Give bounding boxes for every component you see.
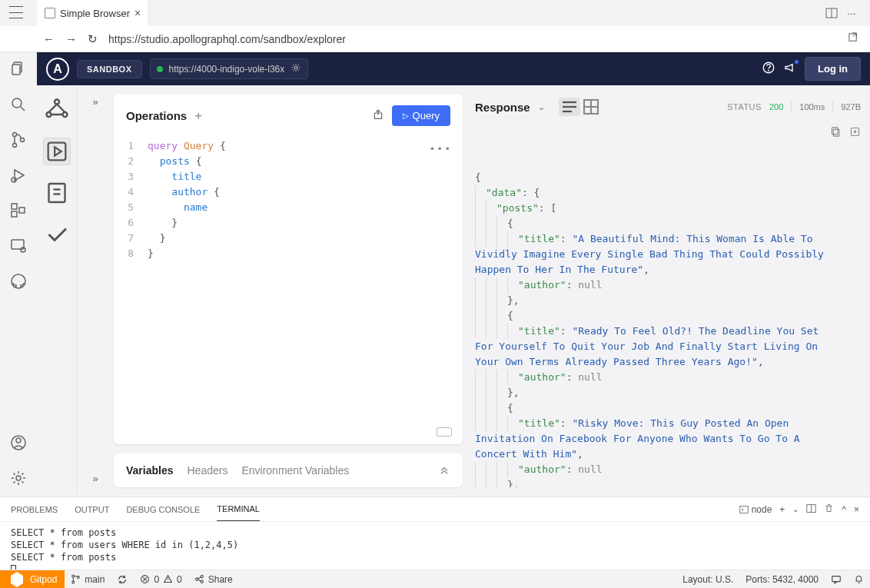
split-terminal-icon[interactable] (806, 503, 816, 516)
checks-icon[interactable] (43, 221, 71, 248)
apollo-header: A SANDBOX Log in (37, 52, 870, 85)
svg-point-8 (13, 133, 17, 137)
status-label: STATUS (727, 102, 762, 111)
more-icon[interactable]: ··· (847, 7, 859, 19)
menu-icon[interactable] (9, 6, 23, 18)
expand-history-icon[interactable]: » (92, 473, 98, 484)
svg-point-25 (55, 100, 59, 105)
editor-more-icon[interactable]: ••• (430, 141, 452, 157)
response-body[interactable]: {"data": {"posts": [{"title": "A Beautif… (475, 124, 861, 487)
open-external-icon[interactable] (848, 32, 859, 46)
table-view-icon[interactable] (580, 98, 602, 116)
close-panel-icon[interactable]: × (854, 504, 859, 515)
tab-headers[interactable]: Headers (188, 464, 228, 477)
svg-point-24 (769, 70, 769, 71)
endpoint-input[interactable] (169, 64, 284, 75)
problems-indicator[interactable]: 0 0 (134, 574, 188, 585)
tab-variables[interactable]: Variables (126, 464, 174, 477)
tab-env-vars[interactable]: Environment Variables (241, 464, 349, 477)
browser-toolbar: ← → ↻ https://studio.apollographql.com/s… (0, 26, 870, 52)
new-terminal-icon[interactable]: + (779, 504, 785, 515)
ports-indicator[interactable]: Ports: 5432, 4000 (739, 574, 825, 585)
response-title: Response (475, 101, 530, 114)
collapse-up-icon[interactable] (438, 463, 450, 478)
response-header: Response ⌄ STATUS 200 100ms (475, 95, 861, 124)
terminal-dropdown-icon[interactable]: ⌄ (792, 505, 799, 513)
svg-rect-59 (832, 576, 841, 581)
svg-point-6 (12, 98, 22, 108)
svg-point-56 (201, 580, 203, 583)
gear-icon[interactable] (291, 62, 301, 75)
help-icon[interactable] (762, 61, 775, 78)
maximize-panel-icon[interactable]: ^ (842, 504, 846, 515)
response-dropdown-icon[interactable]: ⌄ (538, 102, 545, 112)
accounts-icon[interactable] (9, 434, 28, 452)
expand-docs-icon[interactable]: » (92, 96, 98, 108)
operations-title: Operations (126, 109, 187, 122)
sandbox-badge[interactable]: SANDBOX (77, 60, 142, 78)
add-operation-icon[interactable]: + (194, 108, 202, 124)
split-editor-icon[interactable] (825, 7, 838, 19)
svg-point-18 (12, 274, 25, 288)
extensions-icon[interactable] (9, 201, 28, 220)
tab-terminal[interactable]: TERMINAL (217, 497, 260, 521)
tab-output[interactable]: OUTPUT (75, 498, 109, 521)
tab-debug-console[interactable]: DEBUG CONSOLE (126, 498, 200, 521)
svg-point-54 (195, 578, 198, 580)
share-button[interactable]: Share (188, 574, 239, 585)
tab-problems[interactable]: PROBLEMS (11, 498, 58, 521)
download-response-icon[interactable] (849, 124, 861, 140)
gitpod-badge[interactable]: Gitpod (0, 570, 65, 589)
endpoint-input-box[interactable] (150, 58, 308, 79)
kill-terminal-icon[interactable] (824, 503, 834, 516)
explorer-run-icon[interactable] (43, 138, 71, 165)
login-button[interactable]: Log in (805, 57, 861, 81)
apollo-logo-icon: A (46, 58, 69, 81)
source-control-icon[interactable] (9, 131, 28, 149)
layout-indicator[interactable]: Layout: U.S. (676, 574, 739, 585)
branch-indicator[interactable]: main (65, 574, 111, 585)
settings-gear-icon[interactable] (9, 469, 28, 487)
svg-rect-28 (48, 143, 65, 161)
github-icon[interactable] (9, 272, 28, 291)
svg-rect-13 (12, 204, 17, 209)
run-query-button[interactable]: Query (392, 105, 450, 126)
search-icon[interactable] (9, 95, 28, 114)
keyboard-icon[interactable] (437, 427, 452, 437)
query-editor[interactable]: ••• 12345678 query Query { posts { title… (114, 137, 463, 444)
reload-icon[interactable]: ↻ (88, 32, 98, 46)
bell-icon[interactable] (848, 574, 870, 584)
forward-icon[interactable]: → (65, 32, 77, 45)
diff-icon[interactable] (43, 179, 71, 207)
connection-status-icon (157, 66, 163, 72)
svg-point-10 (21, 138, 25, 142)
svg-point-47 (72, 581, 75, 583)
svg-rect-2 (849, 33, 856, 40)
status-bar: Gitpod main 0 0 Share Layout: U.S. Ports… (0, 570, 870, 588)
svg-point-27 (62, 112, 67, 117)
address-bar[interactable]: https://studio.apollographql.com/sandbox… (108, 33, 837, 45)
operations-panel: Operations + Query ••• 12345678 query Qu… (114, 95, 463, 444)
svg-line-7 (21, 107, 25, 111)
schema-icon[interactable] (43, 96, 71, 124)
svg-line-57 (198, 577, 201, 579)
svg-point-9 (13, 144, 17, 148)
svg-point-21 (16, 476, 21, 480)
svg-rect-43 (739, 506, 748, 513)
explorer-icon[interactable] (9, 60, 28, 78)
run-debug-icon[interactable] (9, 166, 28, 184)
json-view-icon[interactable] (559, 98, 580, 116)
terminal-shell-select[interactable]: node (739, 504, 772, 515)
announcements-icon[interactable] (783, 61, 797, 78)
sync-indicator[interactable] (111, 574, 134, 585)
share-operation-icon[interactable] (372, 108, 384, 123)
remote-explorer-icon[interactable] (9, 237, 28, 255)
tab-simple-browser[interactable]: Simple Browser × (37, 0, 149, 26)
back-icon[interactable]: ← (43, 32, 55, 45)
copy-response-icon[interactable] (830, 124, 842, 140)
activity-bar (0, 52, 37, 497)
close-icon[interactable]: × (134, 7, 141, 19)
feedback-icon[interactable] (825, 574, 848, 585)
svg-point-17 (21, 247, 25, 252)
response-time: 100ms (799, 102, 825, 111)
